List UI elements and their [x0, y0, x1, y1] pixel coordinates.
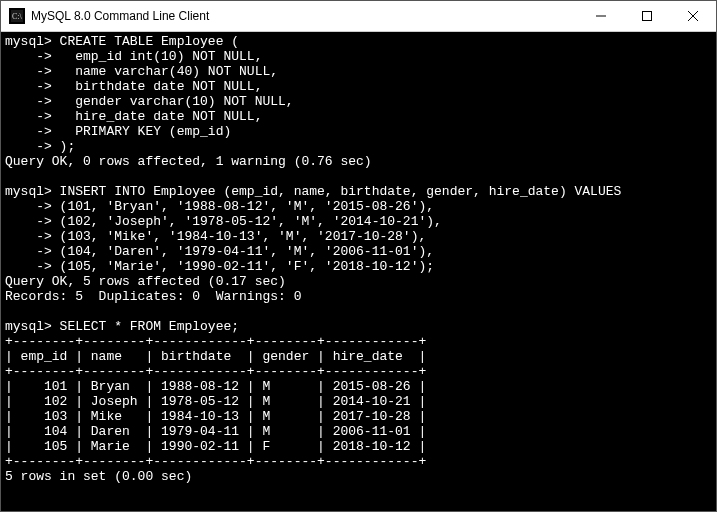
app-window: C:\ MySQL 8.0 Command Line Client mysql>… — [0, 0, 717, 512]
svg-rect-4 — [643, 12, 652, 21]
close-button[interactable] — [670, 1, 716, 31]
titlebar[interactable]: C:\ MySQL 8.0 Command Line Client — [1, 1, 716, 32]
window-title: MySQL 8.0 Command Line Client — [31, 9, 578, 23]
app-icon: C:\ — [9, 8, 25, 24]
maximize-button[interactable] — [624, 1, 670, 31]
terminal-output[interactable]: mysql> CREATE TABLE Employee ( -> emp_id… — [1, 32, 716, 511]
window-controls — [578, 1, 716, 31]
svg-text:C:\: C:\ — [12, 12, 23, 21]
minimize-button[interactable] — [578, 1, 624, 31]
